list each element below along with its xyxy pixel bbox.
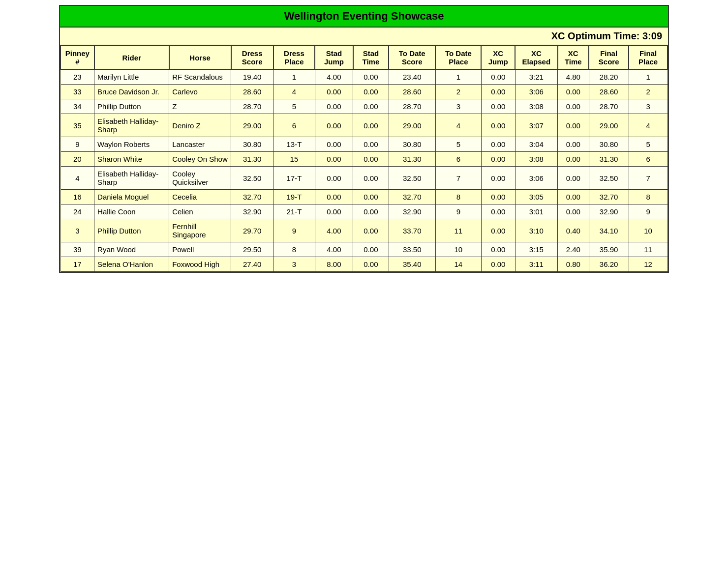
cell-final_place: 11 xyxy=(629,242,667,257)
cell-rider: Bruce Davidson Jr. xyxy=(94,85,169,99)
col-rider: Rider xyxy=(94,46,169,69)
cell-xc_jump: 0.00 xyxy=(481,99,515,114)
cell-to_date_score: 23.40 xyxy=(389,69,435,85)
table-body: 23Marilyn LittleRF Scandalous19.4014.000… xyxy=(61,69,667,272)
col-dress-score: Dress Score xyxy=(231,46,273,69)
cell-xc_time: 0.00 xyxy=(558,85,589,99)
cell-final_place: 1 xyxy=(629,69,667,85)
cell-xc_jump: 0.00 xyxy=(481,190,515,204)
cell-rider: Phillip Dutton xyxy=(94,219,169,242)
cell-stad_time: 0.00 xyxy=(353,242,389,257)
cell-stad_jump: 4.00 xyxy=(315,69,353,85)
cell-stad_jump: 0.00 xyxy=(315,204,353,219)
cell-stad_jump: 0.00 xyxy=(315,190,353,204)
cell-xc_jump: 0.00 xyxy=(481,137,515,152)
cell-stad_time: 0.00 xyxy=(353,167,389,190)
col-stad-time: Stad Time xyxy=(353,46,389,69)
cell-xc_time: 0.00 xyxy=(558,114,589,137)
cell-stad_jump: 0.00 xyxy=(315,137,353,152)
cell-dress_score: 28.70 xyxy=(231,99,273,114)
cell-xc_time: 0.00 xyxy=(558,167,589,190)
cell-stad_jump: 4.00 xyxy=(315,242,353,257)
optimum-time: XC Optimum Time: 3:09 xyxy=(551,30,662,41)
cell-dress_place: 15 xyxy=(273,152,315,167)
cell-to_date_place: 4 xyxy=(435,114,481,137)
cell-pinney: 39 xyxy=(61,242,94,257)
table-row: 16Daniela MoguelCecelia32.7019-T0.000.00… xyxy=(61,190,667,204)
page-title: Wellington Eventing Showcase xyxy=(284,10,444,22)
col-stad-jump: Stad Jump xyxy=(315,46,353,69)
cell-rider: Hallie Coon xyxy=(94,204,169,219)
cell-rider: Ryan Wood xyxy=(94,242,169,257)
cell-horse: Cooley Quicksilver xyxy=(169,167,231,190)
cell-to_date_score: 28.70 xyxy=(389,99,435,114)
cell-horse: RF Scandalous xyxy=(169,69,231,85)
cell-xc_jump: 0.00 xyxy=(481,242,515,257)
cell-final_score: 32.70 xyxy=(589,190,629,204)
cell-stad_jump: 0.00 xyxy=(315,99,353,114)
page-wrapper: Wellington Eventing Showcase XC Optimum … xyxy=(59,5,669,273)
cell-xc_time: 0.40 xyxy=(558,219,589,242)
cell-final_place: 3 xyxy=(629,99,667,114)
cell-xc_elapsed: 3:11 xyxy=(515,257,557,272)
cell-pinney: 23 xyxy=(61,69,94,85)
col-pinney: Pinney # xyxy=(61,46,94,69)
cell-final_score: 32.90 xyxy=(589,204,629,219)
title-bar: Wellington Eventing Showcase xyxy=(60,6,668,28)
cell-to_date_score: 33.50 xyxy=(389,242,435,257)
cell-to_date_place: 3 xyxy=(435,99,481,114)
table-row: 24Hallie CoonCelien32.9021-T0.000.0032.9… xyxy=(61,204,667,219)
results-table: Pinney # Rider Horse Dress Score Dress P… xyxy=(60,45,668,272)
cell-dress_score: 31.30 xyxy=(231,152,273,167)
col-horse: Horse xyxy=(169,46,231,69)
table-row: 34Phillip DuttonZ28.7050.000.0028.7030.0… xyxy=(61,99,667,114)
cell-to_date_place: 5 xyxy=(435,137,481,152)
cell-to_date_place: 2 xyxy=(435,85,481,99)
col-final-place: Final Place xyxy=(629,46,667,69)
cell-xc_time: 0.00 xyxy=(558,137,589,152)
table-row: 23Marilyn LittleRF Scandalous19.4014.000… xyxy=(61,69,667,85)
cell-xc_elapsed: 3:06 xyxy=(515,85,557,99)
table-row: 3Phillip DuttonFernhill Singapore29.7094… xyxy=(61,219,667,242)
cell-to_date_score: 30.80 xyxy=(389,137,435,152)
cell-final_score: 28.60 xyxy=(589,85,629,99)
cell-final_score: 30.80 xyxy=(589,137,629,152)
cell-to_date_score: 32.50 xyxy=(389,167,435,190)
cell-dress_score: 29.00 xyxy=(231,114,273,137)
cell-final_score: 31.30 xyxy=(589,152,629,167)
cell-to_date_place: 1 xyxy=(435,69,481,85)
cell-xc_time: 4.80 xyxy=(558,69,589,85)
cell-pinney: 4 xyxy=(61,167,94,190)
cell-stad_jump: 8.00 xyxy=(315,257,353,272)
cell-horse: Cecelia xyxy=(169,190,231,204)
cell-stad_time: 0.00 xyxy=(353,69,389,85)
table-row: 9Waylon RobertsLancaster30.8013-T0.000.0… xyxy=(61,137,667,152)
cell-dress_place: 9 xyxy=(273,219,315,242)
table-row: 4Elisabeth Halliday-SharpCooley Quicksil… xyxy=(61,167,667,190)
cell-to_date_score: 29.00 xyxy=(389,114,435,137)
cell-horse: Deniro Z xyxy=(169,114,231,137)
cell-horse: Foxwood High xyxy=(169,257,231,272)
cell-xc_time: 0.00 xyxy=(558,152,589,167)
cell-final_place: 7 xyxy=(629,167,667,190)
cell-stad_time: 0.00 xyxy=(353,152,389,167)
cell-xc_elapsed: 3:08 xyxy=(515,99,557,114)
cell-stad_time: 0.00 xyxy=(353,257,389,272)
cell-dress_score: 32.90 xyxy=(231,204,273,219)
cell-pinney: 17 xyxy=(61,257,94,272)
cell-dress_place: 4 xyxy=(273,85,315,99)
cell-stad_time: 0.00 xyxy=(353,204,389,219)
cell-stad_jump: 0.00 xyxy=(315,114,353,137)
cell-final_place: 9 xyxy=(629,204,667,219)
cell-stad_jump: 4.00 xyxy=(315,219,353,242)
cell-dress_score: 29.50 xyxy=(231,242,273,257)
cell-rider: Waylon Roberts xyxy=(94,137,169,152)
col-dress-place: Dress Place xyxy=(273,46,315,69)
cell-dress_score: 28.60 xyxy=(231,85,273,99)
cell-horse: Lancaster xyxy=(169,137,231,152)
cell-xc_jump: 0.00 xyxy=(481,114,515,137)
col-xc-jump: XC Jump xyxy=(481,46,515,69)
cell-to_date_score: 31.30 xyxy=(389,152,435,167)
cell-dress_place: 8 xyxy=(273,242,315,257)
cell-stad_time: 0.00 xyxy=(353,137,389,152)
